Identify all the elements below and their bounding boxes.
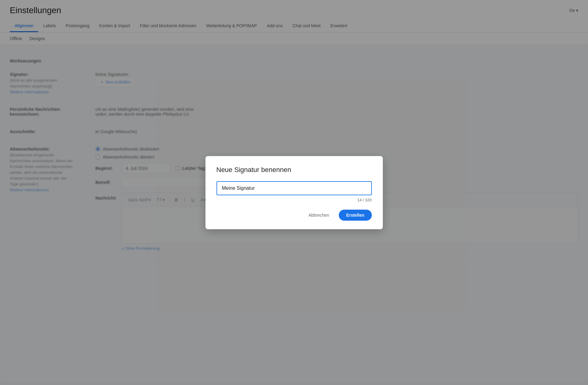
modal-actions: Abbrechen Erstellen bbox=[216, 210, 372, 221]
modal-input-wrapper bbox=[216, 181, 372, 195]
cancel-button[interactable]: Abbrechen bbox=[304, 210, 334, 220]
signatur-name-input[interactable] bbox=[222, 185, 366, 191]
modal-overlay: Neue Signatur benennen 14 / 320 Abbreche… bbox=[0, 0, 588, 385]
create-button[interactable]: Erstellen bbox=[339, 210, 372, 221]
char-count: 14 / 320 bbox=[216, 198, 372, 202]
neue-signatur-modal: Neue Signatur benennen 14 / 320 Abbreche… bbox=[205, 156, 383, 229]
modal-title: Neue Signatur benennen bbox=[216, 166, 372, 174]
